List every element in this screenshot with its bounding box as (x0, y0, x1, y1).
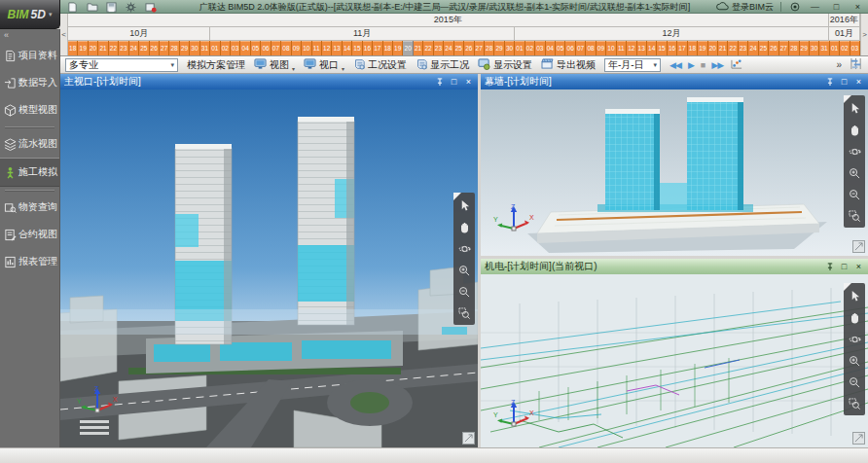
pin-icon[interactable] (434, 77, 445, 88)
open-folder-icon[interactable] (86, 1, 98, 13)
timeline-day-cell[interactable]: 21 (414, 41, 423, 55)
timeline-day-cell[interactable]: 14 (343, 41, 352, 55)
timeline-day-cell[interactable]: 17 (373, 41, 382, 55)
timeline-day-cell[interactable]: 16 (363, 41, 373, 55)
timeline-day-cell[interactable]: 23 (434, 41, 444, 55)
pan-tool[interactable] (848, 124, 861, 136)
orbit-tool[interactable] (848, 145, 861, 158)
timeline-day-cell[interactable]: 04 (240, 41, 250, 55)
timeline-day-cell[interactable]: 25 (759, 41, 769, 55)
select-tool[interactable] (848, 290, 861, 303)
timeline-day-cell[interactable]: 29 (494, 41, 504, 55)
stop-button[interactable]: ■ (701, 60, 705, 70)
sidebar-item-data-import[interactable]: 数据导入 (0, 69, 59, 96)
sidebar-item-report-management[interactable]: 报表管理 (0, 248, 59, 275)
timeline-day-cell[interactable]: 09 (597, 41, 606, 55)
zoom-out-tool[interactable] (457, 285, 471, 298)
timeline-day-cell[interactable]: 24 (444, 41, 453, 55)
timeline-day-cell[interactable]: 19 (393, 41, 403, 55)
app-logo-menu[interactable]: BIM 5D ▾ (0, 0, 60, 29)
timeline-day-cell[interactable]: 18 (68, 41, 78, 55)
toolbar-overflow-button[interactable]: » (836, 59, 842, 70)
timeline-day-cell[interactable]: 26 (150, 41, 160, 55)
minimize-button[interactable]: — (808, 1, 822, 13)
timeline-day-cell[interactable]: 28 (789, 41, 799, 55)
timeline-day-cell[interactable]: 07 (271, 41, 281, 55)
rewind-button[interactable]: ◀◀ (669, 60, 681, 70)
timeline-day-cell[interactable]: 17 (677, 41, 687, 55)
timeline-day-cell[interactable]: 15 (352, 41, 362, 55)
close-icon[interactable]: × (853, 77, 864, 88)
export-video-button[interactable]: 导出视频 (541, 58, 596, 72)
timeline-day-cell[interactable]: 27 (779, 41, 789, 55)
new-file-icon[interactable] (66, 1, 79, 13)
maximize-icon[interactable]: □ (839, 262, 850, 272)
timeline-day-cell[interactable]: 06 (565, 41, 575, 55)
save-icon[interactable] (105, 1, 118, 13)
timeline-day-cell[interactable]: 24 (129, 41, 139, 55)
timeline-day-cell[interactable]: 23 (119, 41, 128, 55)
maximize-button[interactable]: □ (829, 1, 844, 13)
zoom-window-tool[interactable] (457, 306, 471, 319)
timeline-day-cell[interactable]: 12 (627, 41, 636, 55)
pin-icon[interactable] (824, 77, 835, 88)
timeline-day-cell[interactable]: 05 (251, 41, 261, 55)
maximize-icon[interactable]: □ (449, 77, 459, 88)
timeline-day-cell[interactable]: 30 (505, 41, 515, 55)
simulation-plan-manage-button[interactable]: 模拟方案管理 (187, 58, 245, 72)
timeline-day-cell[interactable]: 01 (515, 41, 524, 55)
timeline-day-cell[interactable]: 30 (810, 41, 819, 55)
timeline-day-cell[interactable]: 06 (261, 41, 271, 55)
timeline-day-cell[interactable]: 31 (819, 41, 829, 55)
date-format-dropdown[interactable]: 年-月-日 ▾ (604, 58, 661, 72)
specialty-dropdown[interactable]: 多专业 ▾ (65, 58, 178, 72)
viewport-curtain-wall-titlebar[interactable]: 幕墙-[计划时间] □ × (481, 74, 868, 89)
show-work-condition-button[interactable]: 显示工况 (416, 58, 469, 72)
skin-icon[interactable] (788, 1, 801, 13)
settings-icon[interactable] (125, 1, 137, 13)
gantt-icon[interactable] (850, 57, 863, 72)
timeline-day-cell[interactable]: 26 (769, 41, 778, 55)
timeline-scroll-left[interactable]: < (60, 14, 68, 55)
timeline-day-cell[interactable]: 14 (647, 41, 657, 55)
collapse-sidebar-icon[interactable]: « (0, 29, 59, 42)
timeline-day-cell[interactable]: 21 (98, 41, 108, 55)
viewport-button[interactable]: 视口 ▾ (304, 58, 344, 72)
timeline-day-cell[interactable]: 07 (576, 41, 586, 55)
zoom-in-tool[interactable] (848, 354, 861, 367)
sidebar-item-construction-sim[interactable]: 施工模拟 (0, 158, 59, 187)
milestone-icon[interactable] (730, 58, 743, 72)
viewport-corner-button[interactable] (852, 432, 865, 445)
timeline-day-cell[interactable]: 05 (556, 41, 565, 55)
viewport-main-titlebar[interactable]: 主视口-[计划时间] □ × (60, 74, 478, 89)
bim-cloud-login-button[interactable]: 登录BIM云 (716, 1, 774, 14)
pin-icon[interactable] (824, 262, 835, 272)
timeline-day-cell[interactable]: 03 (850, 41, 860, 55)
timeline-day-cell[interactable]: 19 (78, 41, 88, 55)
timeline-day-cell[interactable]: 08 (281, 41, 291, 55)
timeline-scroll-right[interactable]: > (860, 14, 868, 55)
notification-icon[interactable] (144, 1, 157, 13)
timeline-day-cell[interactable]: 11 (312, 41, 322, 55)
timeline-day-cell[interactable]: 10 (302, 41, 311, 55)
select-tool[interactable] (457, 199, 471, 212)
timeline-day-cell[interactable]: 08 (586, 41, 596, 55)
timeline-day-cell[interactable]: 26 (464, 41, 474, 55)
play-button[interactable]: ▶ (688, 60, 694, 70)
timeline-day-cell[interactable]: 29 (180, 41, 190, 55)
timeline-day-cell[interactable]: 01 (830, 41, 840, 55)
timeline-day-cell[interactable]: 16 (668, 41, 677, 55)
timeline-day-cell[interactable]: 27 (475, 41, 485, 55)
sidebar-item-model-view[interactable]: 模型视图 (0, 96, 59, 124)
view-button[interactable]: 视图 ▾ (254, 58, 295, 72)
timeline-day-cell[interactable]: 04 (546, 41, 556, 55)
timeline-day-cell[interactable]: 29 (800, 41, 810, 55)
timeline-day-cell[interactable]: 20 (89, 41, 98, 55)
zoom-window-tool[interactable] (848, 397, 861, 410)
timeline-day-cell[interactable]: 22 (423, 41, 433, 55)
viewport-main-canvas[interactable]: ZXY (60, 89, 478, 447)
timeline-day-cell[interactable]: 25 (139, 41, 149, 55)
sidebar-item-contract-view[interactable]: 合约视图 (0, 221, 59, 248)
pan-tool[interactable] (457, 221, 471, 233)
orbit-tool[interactable] (457, 242, 471, 255)
